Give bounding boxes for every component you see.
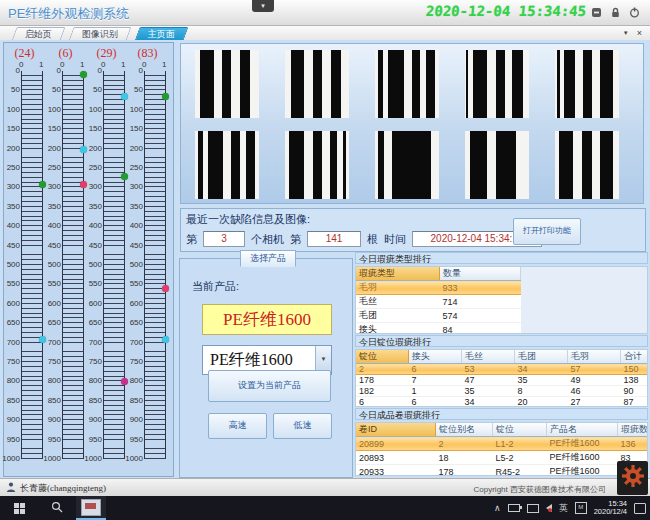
language-indicator[interactable]: 英 [559, 502, 568, 515]
tick-label: 300 [84, 183, 102, 191]
table-row[interactable]: 毛丝714 [356, 295, 521, 309]
tick-label: 950 [43, 436, 61, 444]
column-header[interactable]: 毛团 [515, 350, 568, 364]
fiber-bar [470, 131, 487, 199]
power-icon[interactable] [629, 7, 640, 18]
display-icon[interactable] [527, 504, 539, 513]
root-number-field[interactable]: 141 [307, 231, 361, 247]
column-header[interactable]: 合计 [621, 350, 649, 364]
fiber-bar [343, 131, 347, 199]
volume-icon[interactable] [546, 504, 552, 512]
column-header[interactable]: 接头 [409, 350, 462, 364]
tick-label: 850 [43, 397, 61, 405]
notification-badge [548, 508, 552, 512]
fiber-bar [600, 50, 613, 118]
camera-image[interactable] [555, 50, 619, 118]
tick-label: 300 [2, 183, 20, 191]
combobox-arrow-icon[interactable]: ▼ [315, 346, 331, 372]
camera-image[interactable] [285, 50, 349, 118]
camera-image[interactable] [375, 131, 439, 199]
low-speed-button[interactable]: 低速 [273, 413, 332, 439]
camera-image[interactable] [465, 50, 529, 118]
table-cell: 2 [356, 364, 409, 375]
vendor-logo[interactable] [617, 461, 648, 495]
column-header[interactable]: 锭位 [356, 350, 409, 364]
table-cell: 178 [356, 375, 409, 386]
taskbar-app-button[interactable] [76, 496, 106, 520]
defect-info-title: 最近一次缺陷信息及图像: [186, 212, 310, 227]
table-row[interactable]: 2089318L5-2PE纤维160083 [356, 451, 648, 465]
table-row[interactable]: 20933178R45-2PE纤维160081 [356, 465, 648, 477]
tick-label: 950 [2, 436, 20, 444]
tab-main-page[interactable]: 主页面 [134, 27, 188, 41]
tick-label: 450 [2, 242, 20, 250]
ruler-defect-count: (6) [45, 46, 86, 60]
table-row[interactable]: 6634202787 [356, 397, 648, 408]
column-header[interactable]: 锭位别名 [436, 423, 493, 437]
camera-image[interactable] [375, 50, 439, 118]
table-row[interactable]: 接头84 [356, 323, 521, 335]
column-header[interactable]: 瑕疵类型 [356, 267, 440, 281]
column-header[interactable]: 产品名 [547, 423, 618, 437]
tick-label: 650 [84, 319, 102, 327]
root-label: 根 [367, 232, 378, 247]
action-center-icon[interactable] [634, 503, 646, 514]
table-cell: R45-2 [493, 465, 547, 477]
table-row[interactable]: 1787473549138 [356, 375, 648, 386]
tick-label: 750 [43, 358, 61, 366]
table-cell: PE纤维1600 [547, 437, 618, 451]
fiber-bar [496, 50, 505, 118]
camera-image[interactable] [195, 50, 259, 118]
open-print-button[interactable]: 打开打印功能 [513, 218, 581, 245]
column-header[interactable]: 卷ID [356, 423, 436, 437]
high-speed-button[interactable]: 高速 [208, 413, 267, 439]
ime-icon[interactable]: M [575, 502, 587, 514]
column-header[interactable]: 毛羽 [568, 350, 621, 364]
battery-icon[interactable] [508, 504, 520, 512]
camera-image-grid [180, 43, 644, 204]
camera-number-field[interactable]: 3 [203, 231, 245, 247]
fiber-bar [564, 50, 576, 118]
clock-date-tray[interactable]: 15:34 2020/12/4 [594, 500, 627, 517]
table-row[interactable]: 毛团574 [356, 309, 521, 323]
chevron-down-icon[interactable]: ▾ [252, 0, 274, 12]
tick-label: 750 [84, 358, 102, 366]
table-header-row: 瑕疵类型数量 [356, 267, 521, 281]
tray-expand-icon[interactable]: ∧ [494, 503, 501, 513]
column-header[interactable]: 数量 [440, 267, 521, 281]
camera-image[interactable] [195, 131, 259, 199]
table-cell: 138 [621, 375, 649, 386]
pin-icon[interactable]: ▼ [623, 28, 629, 38]
tab-image-recognition[interactable]: 图像识别 [68, 27, 131, 41]
tick-label: 350 [84, 203, 102, 211]
column-header[interactable]: 毛丝 [462, 350, 515, 364]
taskbar-search-button[interactable] [38, 496, 76, 520]
tick-label: 750 [2, 358, 20, 366]
ruler-ladder [144, 71, 166, 459]
table-cell: 毛团 [356, 309, 440, 323]
tab-start-page[interactable]: 启始页 [11, 27, 65, 41]
spindle-ranking-title: 今日锭位瑕疵排行 [355, 335, 648, 347]
column-header[interactable]: 瑕疵数 [618, 423, 649, 437]
fiber-bar [426, 50, 435, 118]
table-row[interactable]: 18213584690 [356, 386, 648, 397]
camera-image[interactable] [285, 131, 349, 199]
close-icon[interactable]: × [637, 28, 642, 38]
column-header[interactable]: 锭位 [493, 423, 547, 437]
logged-in-user: 长青藤(changqingteng) [20, 482, 106, 495]
table-row[interactable]: 208992L1-2PE纤维1600136 [356, 437, 648, 451]
minimize-icon[interactable] [591, 7, 602, 18]
table-row[interactable]: 毛羽933 [356, 281, 521, 295]
select-product-tab[interactable]: 选择产品 [240, 250, 296, 267]
table-cell: 20933 [356, 465, 436, 477]
camera-image[interactable] [465, 131, 529, 199]
tick-label: 600 [125, 300, 143, 308]
fiber-bar [392, 131, 432, 199]
set-current-product-button[interactable]: 设置为当前产品 [208, 370, 331, 402]
start-button[interactable] [0, 496, 38, 520]
table-row[interactable]: 26533457150 [356, 364, 648, 375]
camera-image[interactable] [555, 131, 619, 199]
current-product-label: 当前产品: [192, 279, 239, 294]
lock-icon[interactable] [610, 7, 621, 18]
tick-label: 800 [125, 377, 143, 385]
